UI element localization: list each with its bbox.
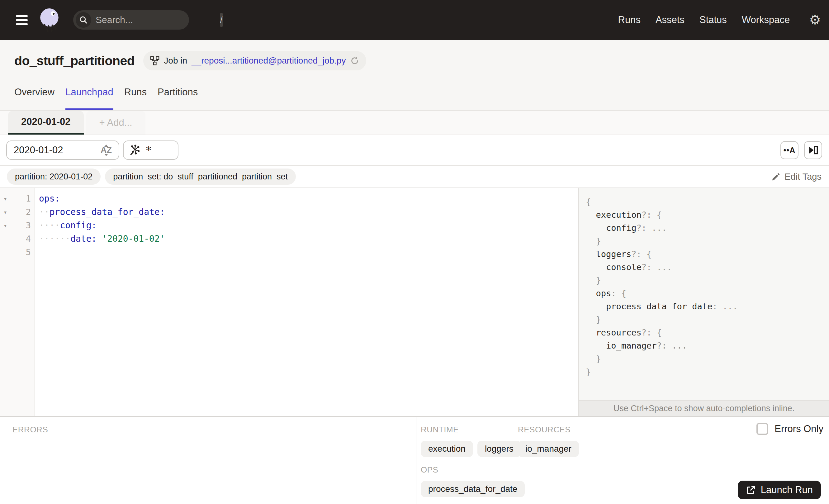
- sort-az-icon: AZ: [99, 145, 114, 155]
- line-number: 2: [10, 207, 35, 217]
- launch-run-button[interactable]: Launch Run: [738, 481, 821, 499]
- line-number: 1: [10, 194, 35, 204]
- op-selector-value: *: [145, 144, 152, 156]
- fold-arrow-icon[interactable]: ▾: [0, 222, 10, 229]
- op-selector[interactable]: *: [123, 141, 178, 160]
- fold-arrow-icon[interactable]: ▾: [0, 195, 10, 203]
- schema-line: }: [586, 274, 829, 287]
- launchpad-toolbar: AZ * ••A: [0, 135, 829, 166]
- errors-only-label: Errors Only: [774, 423, 823, 435]
- search-shortcut-badge: /: [220, 13, 223, 27]
- ops-label: OPS: [421, 465, 438, 474]
- job-graph-icon: [150, 56, 159, 65]
- resources-chip-io-manager[interactable]: io_manager: [518, 441, 579, 457]
- resources-label: RESOURCES: [518, 425, 571, 434]
- play-panel-icon: [808, 145, 819, 155]
- page-header: do_stuff_partitioned Job in __reposi...a…: [0, 40, 829, 111]
- launch-run-label: Launch Run: [761, 484, 813, 496]
- edit-tags-button[interactable]: Edit Tags: [771, 172, 822, 182]
- config-tab-active[interactable]: 2020-01-02: [8, 111, 84, 135]
- dagster-logo-icon[interactable]: [38, 7, 61, 32]
- errors-only-checkbox[interactable]: [756, 423, 768, 435]
- job-origin-badge: Job in __reposi...artitioned@partitioned…: [143, 51, 366, 70]
- schema-line: io_manager?: ...: [586, 339, 829, 352]
- schema-line: }: [586, 313, 829, 326]
- tab-partitions[interactable]: Partitions: [157, 86, 198, 110]
- config-editor[interactable]: ops: ··process_data_for_date: ····config…: [35, 188, 578, 416]
- launch-icon: [746, 485, 756, 495]
- autocomplete-toggle-button[interactable]: ••A: [781, 141, 798, 159]
- line-number: 4: [10, 234, 35, 244]
- tag-partition: partition: 2020-01-02: [7, 169, 101, 185]
- ops-chip-process-data-for-date[interactable]: process_data_for_date: [421, 481, 525, 497]
- schema-line: ops: {: [586, 287, 829, 300]
- schema-line: resources?: {: [586, 326, 829, 339]
- line-number: 5: [10, 247, 35, 257]
- reload-icon[interactable]: [350, 56, 359, 65]
- schema-line: loggers?: {: [586, 247, 829, 260]
- errors-panel: ERRORS: [0, 417, 417, 504]
- bottom-panel: ERRORS RUNTIME execution loggers RESOURC…: [0, 416, 829, 504]
- page-title: do_stuff_partitioned: [14, 53, 135, 68]
- fold-arrow-icon[interactable]: ▾: [0, 208, 10, 216]
- tags-row: partition: 2020-01-02 partition_set: do_…: [0, 166, 829, 188]
- nav-item-workspace[interactable]: Workspace: [742, 14, 790, 26]
- job-tabs: Overview Launchpad Runs Partitions: [14, 86, 198, 110]
- partition-select[interactable]: AZ: [6, 141, 119, 160]
- editor-gutter: ▾1 ▾2 ▾3 4 5: [0, 188, 35, 416]
- schema-line: }: [586, 365, 829, 378]
- edit-tags-label: Edit Tags: [785, 172, 822, 182]
- schema-line: execution?: {: [586, 208, 829, 221]
- line-number: 3: [10, 220, 35, 230]
- schema-line: config?: ...: [586, 221, 829, 234]
- runtime-label: RUNTIME: [421, 425, 459, 434]
- schema-line: }: [586, 234, 829, 247]
- config-session-tabs: 2020-01-02 + Add...: [0, 111, 829, 135]
- schema-line: }: [586, 352, 829, 365]
- job-badge-prefix: Job in: [164, 56, 187, 66]
- global-search: /: [73, 10, 189, 30]
- schema-line: console?: ...: [586, 260, 829, 274]
- code-line: ····config:: [39, 219, 578, 232]
- tab-runs[interactable]: Runs: [124, 86, 147, 110]
- nav-links: Runs Assets Status Workspace ⚙: [618, 13, 821, 27]
- code-line: ops:: [39, 192, 578, 205]
- errors-only-toggle[interactable]: Errors Only: [756, 423, 823, 435]
- menu-icon[interactable]: [16, 15, 28, 25]
- code-line: ··process_data_for_date:: [39, 205, 578, 219]
- partition-select-input[interactable]: [14, 145, 99, 156]
- nav-item-assets[interactable]: Assets: [655, 14, 685, 26]
- autocomplete-hint: Use Ctrl+Space to show auto-completions …: [579, 400, 829, 416]
- tag-partition-set: partition_set: do_stuff_partitioned_part…: [105, 169, 296, 185]
- errors-label: ERRORS: [12, 425, 48, 434]
- whitespace-a-icon: ••A: [784, 146, 796, 155]
- code-line: ······date: '2020-01-02': [39, 232, 578, 246]
- config-sections-panel: RUNTIME execution loggers RESOURCES io_m…: [417, 417, 829, 504]
- expand-panel-button[interactable]: [804, 141, 822, 159]
- tab-launchpad[interactable]: Launchpad: [65, 86, 113, 110]
- launchpad-main: ▾1 ▾2 ▾3 4 5 ops: ··process_data_for_dat…: [0, 188, 829, 416]
- nav-item-runs[interactable]: Runs: [618, 14, 641, 26]
- job-file-link[interactable]: __reposi...artitioned@partitioned_job.py: [191, 56, 346, 66]
- nav-item-status[interactable]: Status: [699, 14, 727, 26]
- schema-line: {: [586, 195, 829, 208]
- pencil-icon: [771, 172, 781, 181]
- search-icon: [76, 12, 91, 28]
- runtime-chip-loggers[interactable]: loggers: [477, 441, 521, 457]
- search-input[interactable]: [91, 15, 220, 25]
- top-navbar: / Runs Assets Status Workspace ⚙: [0, 0, 829, 40]
- runtime-chip-execution[interactable]: execution: [421, 441, 473, 457]
- settings-gear-icon[interactable]: ⚙: [809, 13, 821, 27]
- op-graph-icon: [129, 145, 140, 156]
- tab-overview[interactable]: Overview: [14, 86, 55, 110]
- schema-line: process_data_for_date: ...: [586, 300, 829, 313]
- code-line: [39, 246, 578, 259]
- config-tab-add[interactable]: + Add...: [86, 111, 145, 135]
- config-schema-panel: { execution?: { config?: ... } loggers?:…: [578, 188, 829, 416]
